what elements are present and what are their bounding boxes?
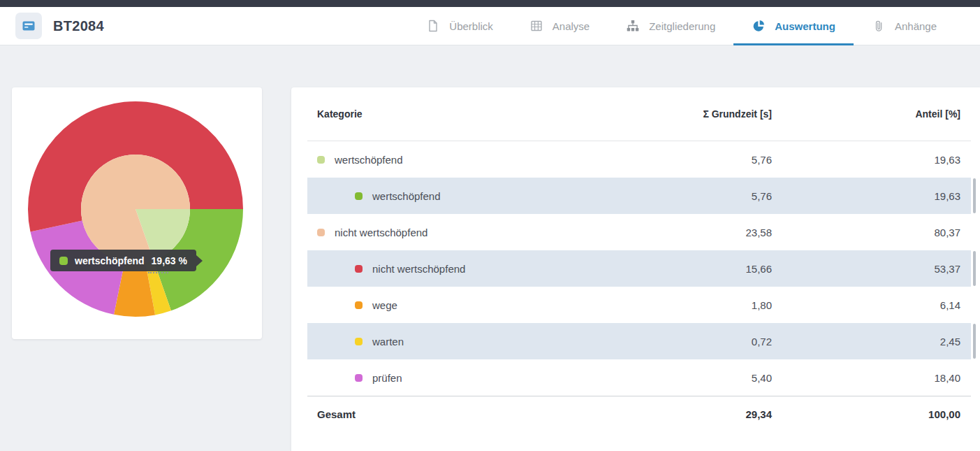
- app-logo-icon: [15, 13, 42, 39]
- tab-label: Überblick: [449, 20, 493, 32]
- tooltip-series-dot: [59, 257, 68, 265]
- grundzeit-value: 23,58: [604, 227, 772, 238]
- grundzeit-value: 0,72: [604, 336, 772, 348]
- column-header-anteil: Anteil [%]: [772, 108, 960, 120]
- document-icon: [426, 19, 440, 33]
- tab-label: Zeitgliederung: [649, 20, 715, 32]
- chart-card: wertschöpfend 19,63 %: [12, 87, 262, 339]
- category-label: wege: [372, 299, 397, 311]
- table-total-row: Gesamt 29,34 100,00: [307, 396, 971, 432]
- tab-bar: ÜberblickAnalyseZeitgliederungAuswertung…: [408, 7, 955, 45]
- page-title: BT2084: [53, 18, 104, 34]
- category-color-dot: [317, 229, 325, 236]
- anteil-value: 6,14: [772, 299, 960, 311]
- paperclip-icon: [872, 19, 886, 33]
- tab--berblick[interactable]: Überblick: [408, 7, 511, 45]
- donut-chart: wertschöpfend 19,63 %: [12, 87, 262, 339]
- tooltip-label: wertschöpfend: [75, 255, 145, 266]
- grundzeit-value: 1,80: [604, 299, 772, 311]
- total-grundzeit: 29,34: [604, 408, 772, 420]
- table-row[interactable]: wertschöpfend5,7619,63: [307, 141, 971, 178]
- anteil-value: 2,45: [772, 336, 960, 348]
- tab-label: Anhänge: [895, 20, 937, 32]
- tooltip-value: 19,63 %: [152, 255, 187, 266]
- category-label: nicht wertschöpfend: [372, 263, 465, 275]
- column-header-kategorie: Kategorie: [317, 108, 604, 120]
- column-header-grundzeit: Σ Grundzeit [s]: [604, 108, 772, 120]
- row-scrollbar[interactable]: [973, 251, 976, 286]
- total-anteil: 100,00: [772, 408, 960, 420]
- category-color-dot: [355, 265, 363, 273]
- category-color-dot: [355, 338, 363, 345]
- table-row[interactable]: nicht wertschöpfend23,5880,37: [307, 214, 971, 250]
- table-icon: [529, 19, 543, 33]
- table-row[interactable]: wege1,806,14: [307, 287, 971, 323]
- total-label: Gesamt: [317, 408, 604, 420]
- top-bar: [0, 0, 980, 7]
- grundzeit-value: 5,76: [604, 154, 772, 166]
- category-label: prüfen: [372, 372, 402, 384]
- grundzeit-value: 15,66: [604, 263, 772, 275]
- table-row[interactable]: warten0,722,45: [307, 323, 971, 359]
- anteil-value: 80,37: [772, 227, 960, 238]
- chart-tooltip: wertschöpfend 19,63 %: [50, 250, 196, 271]
- table-row[interactable]: wertschöpfend5,7619,63: [307, 178, 971, 214]
- hierarchy-icon: [626, 19, 640, 33]
- grundzeit-value: 5,76: [604, 190, 772, 202]
- grundzeit-value: 5,40: [604, 372, 772, 384]
- table-row[interactable]: nicht wertschöpfend15,6653,37: [307, 250, 971, 287]
- category-label: warten: [372, 336, 404, 348]
- table-header-row: Kategorie Σ Grundzeit [s] Anteil [%]: [307, 87, 971, 141]
- row-scrollbar[interactable]: [973, 324, 976, 359]
- category-label: wertschöpfend: [335, 154, 403, 166]
- app-header: BT2084 ÜberblickAnalyseZeitgliederungAus…: [0, 7, 980, 45]
- anteil-value: 19,63: [772, 154, 960, 166]
- tab-label: Analyse: [553, 20, 590, 32]
- category-label: wertschöpfend: [372, 190, 441, 202]
- pie-icon: [752, 19, 766, 33]
- category-color-dot: [355, 374, 363, 382]
- anteil-value: 19,63: [772, 190, 960, 202]
- row-scrollbar[interactable]: [973, 178, 976, 213]
- evaluation-table-card: Kategorie Σ Grundzeit [s] Anteil [%] wer…: [291, 87, 980, 451]
- tab-anh-nge[interactable]: Anhänge: [854, 7, 955, 45]
- category-label: nicht wertschöpfend: [335, 227, 427, 238]
- tab-label: Auswertung: [775, 20, 835, 32]
- table-body: wertschöpfend5,7619,63wertschöpfend5,761…: [307, 141, 971, 396]
- tooltip-trace-line: [148, 272, 168, 273]
- tab-auswertung[interactable]: Auswertung: [733, 7, 854, 45]
- anteil-value: 53,37: [772, 263, 960, 275]
- category-color-dot: [355, 192, 363, 200]
- category-color-dot: [317, 156, 325, 164]
- anteil-value: 18,40: [772, 372, 960, 384]
- tab-analyse[interactable]: Analyse: [511, 7, 608, 45]
- tab-zeitgliederung[interactable]: Zeitgliederung: [608, 7, 733, 45]
- table-row[interactable]: prüfen5,4018,40: [307, 359, 971, 396]
- tooltip-arrow: [196, 255, 203, 266]
- category-color-dot: [355, 301, 363, 309]
